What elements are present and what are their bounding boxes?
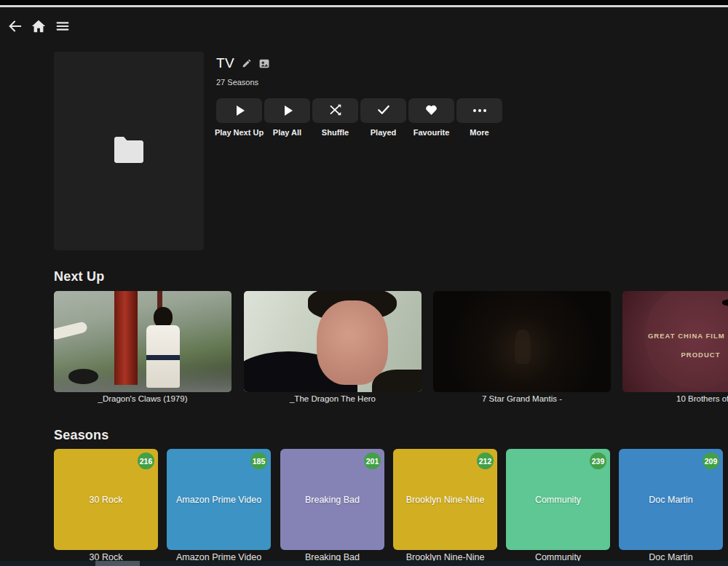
- edit-pencil-icon: [242, 58, 252, 68]
- identify-icon: [259, 59, 269, 68]
- next-up-card[interactable]: [433, 291, 611, 392]
- favourite-label: Favourite: [414, 128, 450, 137]
- next-up-title: _Dragon's Claws (1979): [54, 394, 232, 403]
- season-card[interactable]: 185 Amazon Prime Video: [167, 449, 271, 550]
- back-button[interactable]: [7, 18, 23, 34]
- title-card-text: PRODUCT: [681, 351, 728, 359]
- scrollbar-thumb[interactable]: [95, 561, 140, 566]
- season-card-title: 30 Rock: [84, 495, 129, 505]
- action-bar: Play Next Up Play All Shuffle: [216, 98, 502, 137]
- season-card[interactable]: 212 Brooklyn Nine-Nine: [393, 449, 497, 550]
- next-up-card[interactable]: GREAT CHINA FILM PRODUCT: [622, 291, 728, 392]
- play-icon: [237, 105, 245, 116]
- more-button[interactable]: [456, 98, 502, 123]
- more-label: More: [470, 128, 488, 137]
- home-button[interactable]: [31, 18, 47, 34]
- season-card-title: Community: [529, 495, 587, 505]
- season-count: 27 Seasons: [216, 78, 258, 87]
- scene-body: [372, 370, 422, 392]
- scene-shadow: [68, 369, 98, 384]
- next-up-heading: Next Up: [54, 269, 104, 284]
- back-arrow-icon: [7, 18, 23, 34]
- scene-statue-arms: [722, 299, 728, 306]
- edit-title-button[interactable]: [242, 58, 252, 68]
- page-title: TV: [216, 55, 234, 71]
- next-up-title: _The Dragon The Hero: [244, 394, 422, 403]
- next-up-card[interactable]: [244, 291, 422, 392]
- title-card-text: GREAT CHINA FILM: [631, 332, 728, 340]
- horizontal-scrollbar[interactable]: [0, 561, 728, 566]
- favourite-button[interactable]: [408, 98, 454, 123]
- ellipsis-icon: [473, 109, 486, 112]
- scene-arm: [54, 321, 88, 340]
- episode-count-badge: 216: [138, 453, 154, 469]
- library-poster[interactable]: [54, 52, 204, 250]
- media-library-screen: TV 27 Seasons Play Next Up: [0, 0, 728, 566]
- played-button[interactable]: [360, 98, 406, 123]
- seasons-heading: Seasons: [54, 428, 108, 443]
- season-card-title: Brooklyn Nine-Nine: [400, 495, 491, 505]
- episode-count-badge: 209: [703, 453, 719, 469]
- episode-count-badge: 239: [590, 453, 606, 469]
- check-icon: [377, 104, 390, 117]
- play-all-label: Play All: [273, 128, 301, 137]
- window-divider: [0, 5, 728, 7]
- identify-button[interactable]: [259, 59, 269, 68]
- next-up-card[interactable]: [54, 291, 232, 392]
- episode-count-badge: 185: [250, 453, 267, 469]
- season-card[interactable]: 216 30 Rock: [54, 449, 158, 550]
- season-card-title: Doc Martin: [643, 495, 698, 505]
- play-next-up-label: Play Next Up: [215, 128, 264, 137]
- shuffle-icon: [329, 104, 342, 118]
- play-icon: [285, 105, 293, 116]
- play-next-up-button[interactable]: [216, 98, 262, 123]
- scene-pillar: [114, 291, 138, 385]
- season-card[interactable]: 209 Doc Martin: [619, 449, 723, 550]
- season-card-title: Amazon Prime Video: [170, 495, 267, 505]
- shuffle-label: Shuffle: [322, 128, 349, 137]
- season-card[interactable]: 239 Community: [506, 449, 610, 550]
- scene-figure-belt: [146, 355, 180, 360]
- menu-button[interactable]: [55, 18, 71, 34]
- episode-count-badge: 212: [477, 453, 494, 469]
- scene-face: [317, 300, 388, 386]
- played-label: Played: [371, 128, 396, 137]
- scene-figure: [515, 330, 531, 364]
- shuffle-button[interactable]: [312, 98, 358, 123]
- folder-icon: [111, 135, 146, 167]
- season-card-title: Breaking Bad: [299, 495, 365, 505]
- menu-icon: [55, 18, 71, 34]
- heart-icon: [425, 104, 438, 117]
- next-up-title: 7 Star Grand Mantis -: [433, 394, 611, 403]
- season-card[interactable]: 201 Breaking Bad: [280, 449, 384, 550]
- window-chrome: [0, 0, 728, 5]
- play-all-button[interactable]: [264, 98, 310, 123]
- episode-count-badge: 201: [364, 453, 381, 469]
- next-up-title: 10 Brothers of Sha: [622, 394, 728, 403]
- home-icon: [31, 18, 47, 34]
